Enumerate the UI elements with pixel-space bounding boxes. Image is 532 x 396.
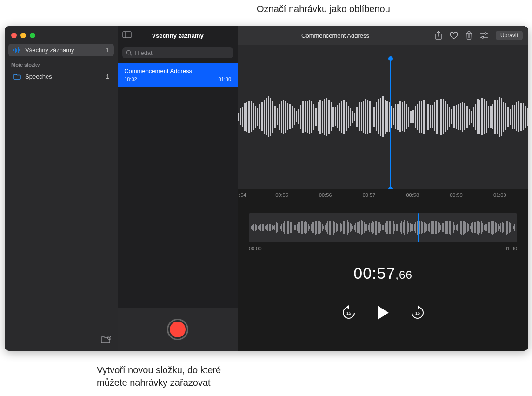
sidebar-footer (5, 331, 118, 351)
ruler-tick: 01:00 (493, 192, 506, 198)
sidebar: Všechny záznamy 1 Moje složky Speeches 1 (5, 26, 118, 351)
callout-favorite: Označí nahrávku jako oblíbenou (257, 3, 390, 15)
overview-start-label: 00:00 (249, 246, 262, 251)
playhead[interactable] (390, 59, 391, 189)
svg-line-12 (130, 54, 132, 56)
transport-controls: 15 15 (238, 305, 528, 322)
waveform-overview[interactable] (249, 213, 517, 242)
sidebar-item-count: 1 (106, 73, 109, 80)
ruler-tick: 00:55 (275, 192, 288, 198)
record-area (118, 308, 238, 351)
svg-rect-9 (123, 32, 131, 38)
record-button[interactable] (167, 319, 188, 340)
sidebar-toggle-button[interactable] (122, 31, 132, 40)
favorite-button[interactable] (450, 32, 458, 39)
delete-button[interactable] (466, 31, 472, 40)
time-ruler: :54 00:55 00:56 00:57 00:58 00:59 01:00 (238, 189, 528, 202)
minimize-window-button[interactable] (20, 33, 26, 38)
voice-memos-window: Všechny záznamy 1 Moje složky Speeches 1… (5, 26, 528, 351)
share-button[interactable] (435, 31, 442, 40)
folder-icon (13, 74, 21, 80)
svg-point-18 (482, 36, 484, 38)
waveform-zoom[interactable] (238, 45, 528, 189)
ruler-tick: :54 (239, 192, 246, 198)
recording-duration: 01:30 (218, 76, 231, 82)
callout-newfolder: Vytvoří novou složku, do které můžete na… (97, 364, 221, 389)
sidebar-item-folder[interactable]: Speeches 1 (8, 70, 114, 83)
sidebar-item-all-recordings[interactable]: Všechny záznamy 1 (8, 44, 114, 56)
overview-end-label: 01:30 (504, 246, 517, 251)
callout-line (93, 363, 116, 363)
window-controls (5, 26, 118, 43)
search-icon (126, 50, 132, 56)
search-input[interactable]: Hledat (122, 47, 233, 58)
list-header: Všechny záznamy (118, 26, 238, 45)
recording-time: 18:02 (124, 76, 137, 82)
svg-point-11 (127, 51, 131, 54)
svg-text:15: 15 (346, 311, 351, 315)
record-dot-icon (170, 322, 186, 337)
list-header-title: Všechny záznamy (152, 32, 203, 39)
svg-point-16 (485, 33, 486, 34)
waveform-icon (13, 47, 21, 54)
search-placeholder: Hledat (135, 49, 153, 56)
recording-title-header: Commencement Address (243, 32, 427, 39)
editor-main: Commencement Address Upravit :54 00:55 0… (238, 26, 528, 351)
skip-forward-button[interactable]: 15 (411, 305, 425, 322)
timecode: 00:57,66 (238, 264, 528, 282)
settings-button[interactable] (480, 32, 488, 39)
ruler-tick: 00:57 (363, 192, 376, 198)
skip-back-button[interactable]: 15 (342, 305, 356, 322)
ruler-tick: 00:56 (319, 192, 332, 198)
new-folder-button[interactable] (101, 336, 111, 346)
toolbar: Commencement Address Upravit (238, 26, 528, 45)
recording-item[interactable]: Commencement Address 18:02 01:30 (118, 63, 238, 87)
edit-button[interactable]: Upravit (496, 31, 523, 40)
sidebar-item-count: 1 (106, 47, 109, 54)
close-window-button[interactable] (11, 33, 17, 38)
recordings-list-column: Všechny záznamy Hledat Commencement Addr… (118, 26, 238, 351)
overview-playhead[interactable] (418, 213, 419, 242)
zoom-window-button[interactable] (30, 33, 35, 38)
ruler-tick: 00:59 (450, 192, 463, 198)
svg-text:15: 15 (415, 311, 419, 315)
sidebar-section-header: Moje složky (5, 57, 118, 69)
ruler-tick: 00:58 (406, 192, 419, 198)
play-button[interactable] (376, 305, 390, 322)
sidebar-item-label: Všechny záznamy (25, 47, 74, 54)
sidebar-item-label: Speeches (25, 73, 52, 80)
recording-title: Commencement Address (124, 67, 231, 74)
